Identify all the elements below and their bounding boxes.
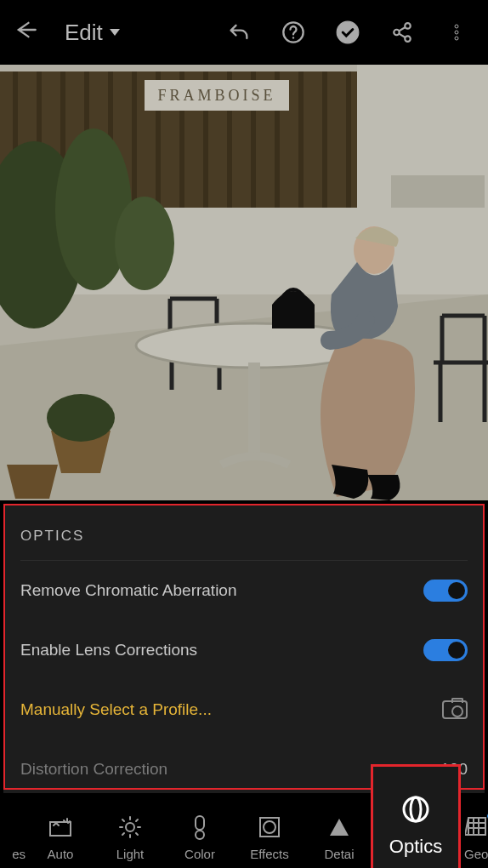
tab-auto[interactable]: Auto (26, 803, 95, 868)
rca-toggle[interactable] (423, 580, 468, 602)
tab-geometry[interactable]: Geometry (461, 803, 488, 868)
auto-icon (48, 814, 73, 840)
svg-point-41 (126, 823, 134, 831)
optics-icon (398, 791, 434, 827)
svg-marker-47 (330, 819, 349, 836)
tab-detail-label: Detai (324, 847, 354, 861)
distortion-label: Distortion Correction (20, 760, 167, 779)
svg-point-7 (455, 31, 458, 34)
more-button[interactable] (435, 11, 478, 54)
share-button[interactable] (381, 11, 423, 54)
enable-lens-corrections-row: Enable Lens Corrections (20, 620, 468, 680)
rca-label: Remove Chromatic Aberration (20, 581, 237, 600)
svg-point-3 (405, 23, 411, 29)
svg-point-6 (455, 25, 458, 28)
help-button[interactable] (272, 11, 315, 54)
elc-label: Enable Lens Corrections (20, 641, 197, 660)
app-topbar: Edit (0, 0, 488, 65)
tab-light[interactable]: Light (95, 803, 165, 868)
manually-select-profile-row[interactable]: Manually Select a Profile... (20, 680, 468, 740)
light-icon (117, 814, 143, 840)
svg-point-43 (196, 831, 204, 839)
svg-point-46 (264, 821, 275, 833)
tab-geometry-label: Geometry (464, 847, 488, 861)
photo-canvas[interactable]: FRAMBOISE (0, 65, 488, 500)
svg-point-49 (411, 797, 421, 821)
msp-label: Manually Select a Profile... (20, 700, 212, 719)
optics-panel: OPTICS Remove Chromatic Aberration Enabl… (3, 504, 485, 793)
elc-toggle[interactable] (423, 639, 468, 661)
effects-icon (257, 814, 282, 840)
chevron-down-icon (110, 29, 120, 36)
svg-point-5 (405, 36, 411, 42)
geometry-icon (464, 814, 488, 840)
tab-optics-label: Optics (389, 836, 442, 858)
tab-auto-label: Auto (48, 847, 74, 861)
edit-menu-label: Edit (65, 20, 103, 46)
optics-panel-title: OPTICS (20, 504, 468, 561)
tab-profiles-partial[interactable]: es (0, 803, 26, 868)
back-button[interactable] (10, 18, 41, 48)
svg-point-8 (455, 37, 458, 40)
tab-optics[interactable]: Optics (371, 764, 461, 868)
tab-color-label: Color (184, 847, 215, 861)
tab-effects-label: Effects (250, 847, 289, 861)
edit-menu-button[interactable]: Edit (65, 20, 120, 46)
remove-chromatic-aberration-row: Remove Chromatic Aberration (20, 561, 468, 620)
tab-effects[interactable]: Effects (235, 803, 304, 868)
svg-rect-40 (50, 822, 71, 836)
tab-profiles-label: es (12, 847, 26, 861)
svg-point-48 (404, 797, 428, 821)
undo-button[interactable] (218, 11, 260, 54)
tab-color[interactable]: Color (165, 803, 235, 868)
tab-light-label: Light (116, 847, 145, 861)
svg-point-1 (292, 37, 294, 38)
svg-rect-42 (196, 816, 204, 830)
svg-point-4 (394, 30, 400, 36)
bottom-toolbar: es Auto Light Color Effects Detai (0, 798, 488, 868)
approve-button[interactable] (326, 11, 369, 54)
svg-point-2 (337, 21, 359, 43)
color-icon (187, 814, 213, 840)
camera-icon (442, 700, 468, 719)
tab-detail[interactable]: Detai (304, 803, 374, 868)
detail-icon (326, 814, 352, 840)
